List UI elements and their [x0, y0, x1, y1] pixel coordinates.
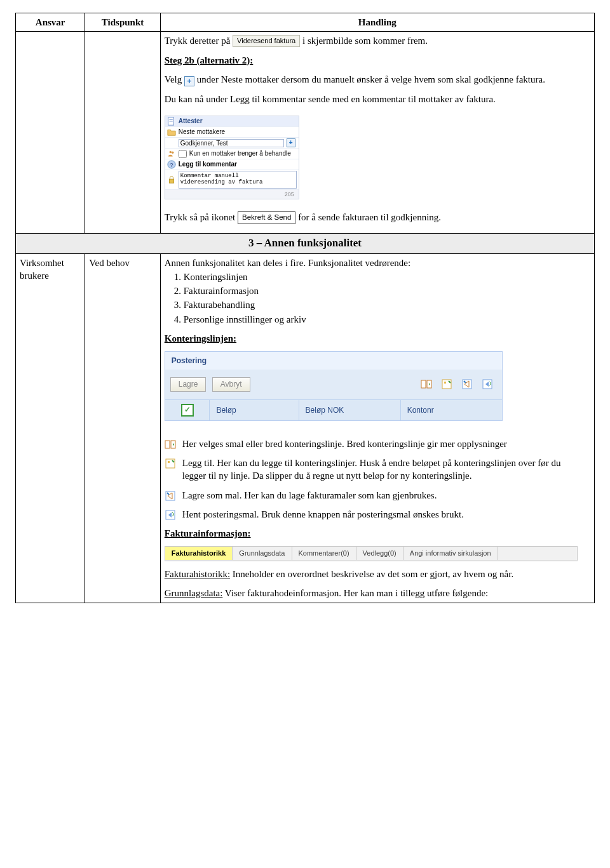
- funksjonalitet-list: Konteringslinjen Fakturainformasjon Fakt…: [165, 270, 578, 326]
- cell-ansvar: Virksomhet brukere: [16, 253, 85, 603]
- add-line-icon: [165, 458, 176, 469]
- save-template-icon: [165, 490, 176, 502]
- svg-rect-17: [168, 461, 170, 463]
- svg-text:?: ?: [170, 162, 173, 168]
- recipient-field[interactable]: [179, 139, 284, 147]
- panel-number: 205: [285, 190, 297, 198]
- text: under Neste mottaker dersom du manuelt ø…: [194, 74, 545, 84]
- bekreft-send-button[interactable]: Bekreft & Send: [238, 211, 295, 224]
- text: Hent posteringsmal. Bruk denne knappen n…: [182, 508, 464, 521]
- text: Inneholder en overordnet beskrivelse av …: [230, 569, 513, 579]
- section-banner: 3 – Annen funksjonalitet: [16, 233, 595, 253]
- width-toggle-icon: [165, 439, 176, 450]
- col-kontonr: Kontonr: [401, 400, 502, 420]
- svg-rect-16: [166, 459, 175, 468]
- text: Her velges smal eller bred konteringslin…: [182, 437, 507, 450]
- text: i skjermbilde som kommer frem.: [300, 36, 428, 46]
- list-item: Fakturainformasjon: [184, 284, 578, 297]
- lock-icon: [167, 175, 176, 184]
- cell-handling-func: Annen funksjonalitet kan deles i fire. F…: [160, 253, 594, 603]
- users-icon: [167, 149, 176, 158]
- text: Viser fakturahodeinformasjon. Her kan ma…: [222, 588, 488, 598]
- text: Trykk deretter på: [165, 36, 233, 46]
- list-item: Konteringslinjen: [184, 270, 578, 283]
- folder-icon: [167, 128, 176, 137]
- step2b-heading: Steg 2b (alternativ 2):: [165, 55, 254, 65]
- tab-grunnlagsdata[interactable]: Grunnlagsdata: [233, 547, 292, 560]
- text: Annen funksjonalitet kan deles i fire. F…: [165, 258, 410, 268]
- add-line-icon[interactable]: [441, 378, 452, 390]
- tab-fakturahistorikk[interactable]: Fakturahistorikk: [165, 547, 233, 560]
- postering-panel: Postering Lagre Avbryt: [165, 351, 503, 421]
- postering-title: Postering: [165, 352, 502, 370]
- tab-kommentarer[interactable]: Kommentarer(0): [292, 547, 356, 560]
- text: Trykk så på ikonet: [165, 212, 238, 222]
- avbryt-button[interactable]: Avbryt: [212, 377, 250, 391]
- add-recipient-icon[interactable]: +: [184, 76, 194, 86]
- text: for å sende fakturaen til godkjenning.: [295, 212, 441, 222]
- videresend-faktura-button[interactable]: Videresend faktura: [233, 35, 300, 47]
- fakturahistorikk-label: Fakturahistorikk:: [165, 569, 230, 579]
- col-belop: Beløp: [210, 400, 299, 420]
- col-header-tidspunkt: Tidspunkt: [85, 13, 160, 32]
- cell-tid: Ved behov: [85, 253, 160, 603]
- svg-rect-8: [421, 380, 426, 388]
- lagre-button[interactable]: Lagre: [170, 377, 207, 391]
- konteringslinjen-heading: Konteringslinjen:: [165, 333, 236, 344]
- help-icon: ?: [167, 160, 176, 169]
- attester-label: Attester: [179, 117, 203, 126]
- svg-point-4: [172, 152, 174, 154]
- cell-handling-step2b: Trykk deretter på Videresend faktura i s…: [160, 32, 594, 234]
- neste-mottakere-label: Neste mottakere: [179, 128, 225, 137]
- text: Du kan nå under Legg til kommentar sende…: [165, 93, 578, 105]
- tab-vedlegg[interactable]: Vedlegg(0): [356, 547, 403, 560]
- text: Lagre som mal. Her kan du lage fakturama…: [182, 489, 437, 502]
- doc-icon: [167, 117, 176, 126]
- text: Legg til. Her kan du legge til kontering…: [182, 457, 578, 483]
- grunnlagsdata-label: Grunnlagsdata:: [165, 588, 223, 598]
- list-item: Personlige innstillinger og arkiv: [184, 313, 578, 326]
- width-toggle-icon[interactable]: [421, 378, 432, 390]
- svg-rect-7: [169, 179, 173, 183]
- cell-ansvar-empty: [16, 32, 85, 234]
- col-belop-nok: Beløp NOK: [299, 400, 401, 420]
- kun-en-label: Kun en mottaker trenger å behandle: [189, 149, 291, 158]
- kommentar-textarea[interactable]: Kommentar manuell videresending av faktu…: [179, 171, 297, 189]
- svg-point-3: [169, 151, 172, 154]
- col-header-ansvar: Ansvar: [16, 13, 85, 32]
- save-template-icon[interactable]: [461, 378, 473, 390]
- legg-til-kommentar-label: Legg til kommentar: [179, 160, 237, 169]
- svg-rect-14: [165, 441, 170, 448]
- text: Velg: [165, 74, 184, 84]
- list-item: Fakturabehandling: [184, 298, 578, 311]
- fakturainformasjon-heading: Fakturainformasjon:: [165, 528, 251, 538]
- add-recipient-icon-small[interactable]: +: [287, 138, 295, 147]
- load-template-icon[interactable]: [482, 378, 493, 390]
- col-header-handling: Handling: [160, 13, 594, 32]
- load-template-icon: [165, 509, 176, 521]
- kun-en-checkbox[interactable]: [179, 150, 187, 158]
- check-icon[interactable]: ✓: [181, 404, 194, 417]
- svg-rect-11: [444, 382, 446, 384]
- attester-panel: Attester Neste mottakere +: [165, 116, 299, 199]
- svg-rect-10: [442, 380, 451, 389]
- tab-angi-informativ[interactable]: Angi informativ sirkulasjon: [403, 547, 498, 560]
- tabs-row: Fakturahistorikk Grunnlagsdata Kommentar…: [165, 546, 578, 561]
- cell-tid-empty: [85, 32, 160, 234]
